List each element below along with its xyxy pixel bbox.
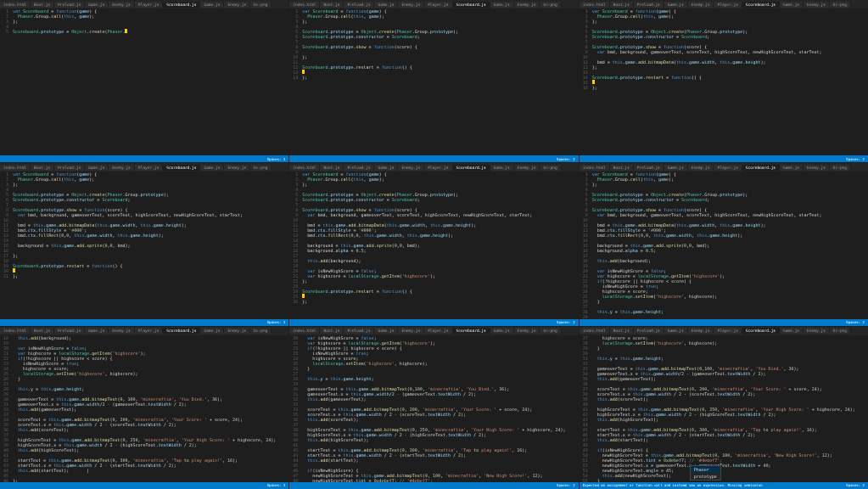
code-content[interactable]: highscore = score; localStorage.setItem(… <box>590 335 868 482</box>
tab-boot-js[interactable]: Boot.js <box>31 165 54 171</box>
tab-boot-js[interactable]: Boot.js <box>320 2 344 8</box>
tab-bc-png[interactable]: bc-png <box>250 2 272 8</box>
tab-player-js[interactable]: Player.js <box>135 328 163 334</box>
tab-game-js[interactable]: Game.js <box>374 328 398 334</box>
autocomplete-item[interactable]: prototype <box>691 473 720 480</box>
tab-scoreboard-js[interactable]: Scoreboard.js <box>742 165 780 171</box>
tab-game-js[interactable]: Game.js <box>780 328 804 334</box>
code-editor[interactable]: 1234567891011121314151617181920212223242… <box>289 171 578 318</box>
autocomplete-popup[interactable]: Phaserprototype <box>690 465 721 481</box>
status-spaces[interactable]: Spaces: 2 <box>846 320 865 324</box>
tab-game-js[interactable]: Game.js <box>374 165 398 171</box>
tab-preload-js[interactable]: Preload.js <box>54 165 85 171</box>
tab-player-js[interactable]: Player.js <box>424 165 452 171</box>
code-editor[interactable]: 1234567891011121314151617181920212223242… <box>580 171 868 318</box>
tab-boot-js[interactable]: Boot.js <box>610 165 634 171</box>
tab-enemy-js[interactable]: Enemy.js <box>804 328 830 334</box>
code-content[interactable]: this.add(background); var isNewHighScore… <box>10 335 288 482</box>
tab-player-js[interactable]: Player.js <box>135 2 163 8</box>
tab-preload-js[interactable]: Preload.js <box>634 328 664 334</box>
status-spaces[interactable]: Spaces: 2 <box>846 157 865 161</box>
tab-enemy-js[interactable]: Enemy.js <box>109 328 135 334</box>
tab-enemy-js[interactable]: Enemy.js <box>688 328 714 334</box>
editor-pane-1[interactable]: index.htmlBoot.jsPreload.jsGame.jsEnemy.… <box>0 0 288 162</box>
tab-bc-png[interactable]: bc-png <box>250 165 272 171</box>
tab-scoreboard-js[interactable]: Scoreboard.js <box>453 165 490 171</box>
code-editor[interactable]: 12345678910111213141516var Scoreboard = … <box>580 8 868 155</box>
tab-player-js[interactable]: Player.js <box>714 328 742 334</box>
tab-enemy-js[interactable]: Enemy.js <box>224 328 250 334</box>
editor-pane-5[interactable]: index.htmlBoot.jsPreload.jsGame.jsEnemy.… <box>289 163 578 325</box>
tab-enemy-js[interactable]: Enemy.js <box>514 165 540 171</box>
code-editor[interactable]: 1234567891011121314var Scoreboard = func… <box>289 8 578 155</box>
tab-boot-js[interactable]: Boot.js <box>31 328 54 334</box>
tab-enemy-js[interactable]: Enemy.js <box>804 165 830 171</box>
code-content[interactable]: var Scoreboard = function(game) { Phaser… <box>590 8 868 155</box>
code-editor[interactable]: 12345var Scoreboard = function(game) { P… <box>0 8 288 155</box>
tab-game-js[interactable]: Game.js <box>664 165 688 171</box>
code-content[interactable]: var Scoreboard = function(game) { Phaser… <box>300 8 578 155</box>
tab-index-html[interactable]: index.html <box>580 165 610 171</box>
tab-scoreboard-js[interactable]: Scoreboard.js <box>453 2 490 8</box>
editor-pane-7[interactable]: index.htmlBoot.jsPreload.jsGame.jsEnemy.… <box>0 327 288 489</box>
tab-bc-png[interactable]: bc-png <box>830 328 851 334</box>
tab-enemy-js[interactable]: Enemy.js <box>514 2 540 8</box>
tab-scoreboard-js[interactable]: Scoreboard.js <box>163 2 200 8</box>
tab-scoreboard-js[interactable]: Scoreboard.js <box>163 328 200 334</box>
tab-game-js[interactable]: Game.js <box>85 165 109 171</box>
tab-preload-js[interactable]: Preload.js <box>54 328 85 334</box>
tab-enemy-js[interactable]: Enemy.js <box>804 2 830 8</box>
tab-enemy-js[interactable]: Enemy.js <box>398 2 424 8</box>
editor-pane-3[interactable]: index.htmlBoot.jsPreload.jsGame.jsEnemy.… <box>580 0 868 162</box>
tab-index-html[interactable]: index.html <box>289 2 320 8</box>
tab-bc-png[interactable]: bc-png <box>830 165 851 171</box>
tab-index-html[interactable]: index.html <box>580 328 610 334</box>
code-content[interactable]: var Scoreboard = function(game) { Phaser… <box>10 8 288 155</box>
editor-pane-8[interactable]: index.htmlBoot.jsPreload.jsGame.jsEnemy.… <box>289 327 578 489</box>
code-content[interactable]: var isNewHighScore = false; var highscor… <box>300 335 578 482</box>
tab-player-js[interactable]: Player.js <box>135 165 163 171</box>
tab-bc-png[interactable]: bc-png <box>250 328 272 334</box>
tab-index-html[interactable]: index.html <box>289 165 320 171</box>
code-content[interactable]: var Scoreboard = function(game) { Phaser… <box>10 171 288 318</box>
tab-game-js[interactable]: Game.js <box>200 2 224 8</box>
tab-game-js[interactable]: Game.js <box>490 328 514 334</box>
tab-bc-png[interactable]: bc-png <box>540 2 561 8</box>
code-content[interactable]: var Scoreboard = function(game) { Phaser… <box>590 171 868 318</box>
editor-pane-2[interactable]: index.htmlBoot.jsPreload.jsGame.jsEnemy.… <box>289 0 578 162</box>
tab-enemy-js[interactable]: Enemy.js <box>398 165 424 171</box>
tab-game-js[interactable]: Game.js <box>780 165 804 171</box>
tab-preload-js[interactable]: Preload.js <box>344 328 374 334</box>
status-spaces[interactable]: Spaces: 2 <box>267 157 286 161</box>
tab-game-js[interactable]: Game.js <box>85 2 109 8</box>
tab-preload-js[interactable]: Preload.js <box>54 2 85 8</box>
tab-bc-png[interactable]: bc-png <box>540 328 561 334</box>
code-editor[interactable]: 1819202122232425262728293031323334353637… <box>0 335 288 482</box>
tab-boot-js[interactable]: Boot.js <box>320 165 344 171</box>
tab-player-js[interactable]: Player.js <box>714 2 742 8</box>
editor-pane-9[interactable]: index.htmlBoot.jsPreload.jsGame.jsEnemy.… <box>580 327 868 489</box>
tab-game-js[interactable]: Game.js <box>664 328 688 334</box>
tab-game-js[interactable]: Game.js <box>374 2 398 8</box>
tab-game-js[interactable]: Game.js <box>490 165 514 171</box>
tab-game-js[interactable]: Game.js <box>490 2 514 8</box>
tab-enemy-js[interactable]: Enemy.js <box>514 328 540 334</box>
tab-game-js[interactable]: Game.js <box>85 328 109 334</box>
autocomplete-item[interactable]: Phaser <box>691 466 720 473</box>
tab-enemy-js[interactable]: Enemy.js <box>109 165 135 171</box>
tab-boot-js[interactable]: Boot.js <box>610 2 634 8</box>
tab-index-html[interactable]: index.html <box>289 328 320 334</box>
editor-pane-4[interactable]: index.htmlBoot.jsPreload.jsGame.jsEnemy.… <box>0 163 288 325</box>
status-spaces[interactable]: Spaces: 2 <box>267 483 286 487</box>
tab-player-js[interactable]: Player.js <box>714 165 742 171</box>
status-spaces[interactable]: Spaces: 2 <box>267 320 286 324</box>
tab-enemy-js[interactable]: Enemy.js <box>688 2 714 8</box>
tab-player-js[interactable]: Player.js <box>424 2 452 8</box>
code-editor[interactable]: 123456789101112131415161718192021var Sco… <box>0 171 288 318</box>
tab-preload-js[interactable]: Preload.js <box>344 2 374 8</box>
status-spaces[interactable]: Spaces: 2 <box>557 483 575 487</box>
tab-boot-js[interactable]: Boot.js <box>610 328 634 334</box>
tab-enemy-js[interactable]: Enemy.js <box>398 328 424 334</box>
tab-boot-js[interactable]: Boot.js <box>31 2 54 8</box>
tab-index-html[interactable]: index.html <box>580 2 610 8</box>
